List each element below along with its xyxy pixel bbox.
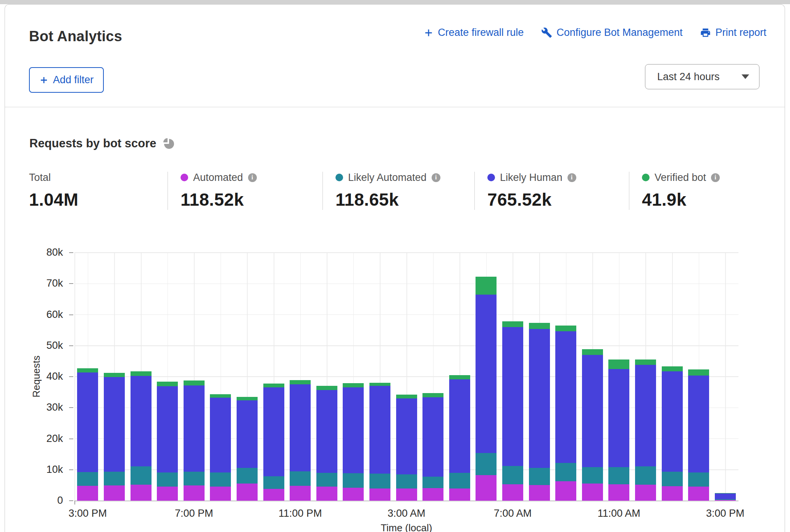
bar-segment-verified-bot[interactable] (476, 277, 497, 295)
bar-segment-verified-bot[interactable] (237, 397, 258, 400)
configure-bot-management-link[interactable]: Configure Bot Management (541, 27, 682, 39)
bar-segment-likely-automated[interactable] (688, 472, 709, 487)
bar-segment-automated[interactable] (688, 487, 709, 501)
bar-segment-verified-bot[interactable] (184, 380, 205, 385)
bar-segment-verified-bot[interactable] (688, 369, 709, 375)
bar-segment-verified-bot[interactable] (582, 349, 603, 355)
bar-segment-automated[interactable] (555, 481, 576, 501)
bar-segment-automated[interactable] (608, 484, 629, 501)
bar-segment-verified-bot[interactable] (210, 394, 231, 398)
bar-segment-verified-bot[interactable] (263, 384, 284, 388)
info-icon[interactable]: i (432, 173, 440, 182)
info-icon[interactable]: i (711, 173, 720, 182)
print-report-link[interactable]: Print report (700, 27, 766, 39)
bar-segment-automated[interactable] (131, 485, 152, 501)
bar-segment-likely-automated[interactable] (449, 473, 470, 488)
bar-segment-likely-automated[interactable] (184, 472, 205, 486)
bar-segment-likely-human[interactable] (396, 398, 417, 474)
stat-likely-human[interactable]: Likely Human i 765.52k (474, 172, 629, 210)
bar-segment-likely-human[interactable] (502, 327, 523, 466)
bar-segment-verified-bot[interactable] (422, 393, 443, 397)
bar-segment-likely-automated[interactable] (131, 466, 152, 485)
bar-segment-likely-human[interactable] (449, 379, 470, 473)
bar-segment-likely-human[interactable] (290, 384, 311, 471)
bar-segment-likely-human[interactable] (157, 386, 178, 472)
bar-segment-automated[interactable] (157, 487, 178, 501)
bar-segment-likely-human[interactable] (476, 295, 497, 453)
bar-segment-automated[interactable] (529, 485, 550, 501)
create-firewall-rule-link[interactable]: Create firewall rule (424, 27, 524, 39)
bar-segment-likely-human[interactable] (77, 372, 98, 472)
bar-segment-verified-bot[interactable] (343, 383, 364, 387)
bar-segment-likely-human[interactable] (369, 386, 390, 474)
bar-segment-automated[interactable] (422, 488, 443, 501)
bar-segment-likely-automated[interactable] (396, 474, 417, 488)
bar-segment-likely-human[interactable] (582, 355, 603, 467)
bar-segment-verified-bot[interactable] (157, 382, 178, 386)
bar-segment-automated[interactable] (635, 485, 656, 501)
stat-likely-automated[interactable]: Likely Automated i 118.65k (322, 172, 474, 210)
bar-segment-verified-bot[interactable] (502, 321, 523, 327)
bar-segment-verified-bot[interactable] (290, 380, 311, 384)
bar-segment-likely-automated[interactable] (662, 472, 683, 486)
bar-segment-automated[interactable] (104, 485, 125, 501)
bar-segment-likely-human[interactable] (184, 385, 205, 472)
bar-segment-likely-automated[interactable] (422, 477, 443, 488)
bar-segment-automated[interactable] (582, 484, 603, 501)
bar-segment-likely-human[interactable] (104, 377, 125, 472)
bar-segment-verified-bot[interactable] (529, 323, 550, 329)
bar-segment-verified-bot[interactable] (77, 368, 98, 372)
bar-segment-automated[interactable] (715, 500, 736, 501)
bar-segment-automated[interactable] (290, 486, 311, 501)
stat-verified-bot[interactable]: Verified bot i 41.9k (629, 172, 782, 210)
bar-segment-likely-automated[interactable] (608, 467, 629, 484)
bar-segment-automated[interactable] (316, 487, 337, 501)
bar-segment-verified-bot[interactable] (369, 383, 390, 386)
bar-segment-likely-automated[interactable] (343, 473, 364, 488)
bar-segment-verified-bot[interactable] (449, 375, 470, 379)
info-icon[interactable]: i (568, 173, 576, 182)
bar-segment-automated[interactable] (77, 486, 98, 501)
bar-segment-likely-human[interactable] (555, 331, 576, 463)
bar-segment-verified-bot[interactable] (715, 493, 736, 493)
bar-segment-likely-automated[interactable] (237, 468, 258, 484)
bar-segment-likely-automated[interactable] (210, 472, 231, 487)
bar-segment-likely-human[interactable] (131, 376, 152, 466)
bar-segment-likely-automated[interactable] (77, 472, 98, 486)
bar-segment-likely-human[interactable] (608, 369, 629, 468)
bar-segment-likely-automated[interactable] (369, 474, 390, 488)
bar-segment-automated[interactable] (343, 488, 364, 501)
bar-segment-likely-automated[interactable] (104, 472, 125, 485)
bar-segment-likely-automated[interactable] (157, 472, 178, 487)
bar-segment-likely-automated[interactable] (529, 468, 550, 485)
bar-segment-verified-bot[interactable] (662, 366, 683, 371)
bar-segment-verified-bot[interactable] (316, 386, 337, 390)
bar-segment-likely-automated[interactable] (715, 499, 736, 500)
bar-segment-verified-bot[interactable] (555, 326, 576, 331)
bar-segment-automated[interactable] (476, 475, 497, 501)
bar-segment-likely-human[interactable] (635, 365, 656, 466)
add-filter-button[interactable]: Add filter (29, 67, 104, 93)
stat-automated[interactable]: Automated i 118.52k (168, 172, 322, 210)
bar-segment-likely-human[interactable] (263, 387, 284, 476)
bar-segment-likely-automated[interactable] (635, 466, 656, 485)
bar-segment-likely-human[interactable] (529, 329, 550, 468)
bar-segment-likely-human[interactable] (662, 371, 683, 472)
bar-segment-likely-automated[interactable] (263, 476, 284, 489)
bar-segment-verified-bot[interactable] (396, 395, 417, 398)
bar-segment-likely-automated[interactable] (502, 466, 523, 484)
info-icon[interactable]: i (248, 173, 257, 182)
bar-segment-automated[interactable] (237, 484, 258, 501)
bar-segment-likely-human[interactable] (210, 398, 231, 472)
bar-segment-likely-automated[interactable] (582, 467, 603, 483)
bar-segment-likely-automated[interactable] (555, 463, 576, 481)
bar-segment-likely-human[interactable] (715, 493, 736, 499)
bar-segment-automated[interactable] (502, 484, 523, 501)
bar-segment-likely-human[interactable] (316, 390, 337, 473)
bar-segment-likely-automated[interactable] (316, 473, 337, 487)
bar-segment-automated[interactable] (396, 488, 417, 501)
bar-segment-likely-human[interactable] (237, 400, 258, 468)
bar-segment-automated[interactable] (449, 488, 470, 501)
bar-segment-automated[interactable] (184, 485, 205, 501)
bar-segment-verified-bot[interactable] (131, 371, 152, 376)
